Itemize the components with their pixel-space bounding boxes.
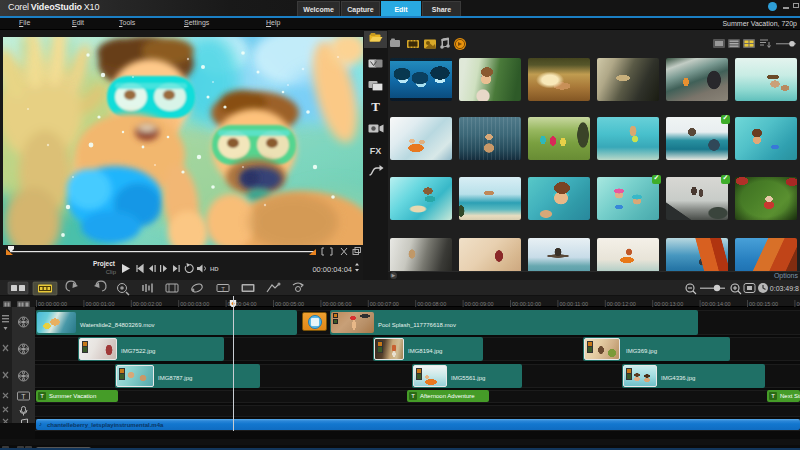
svg-text:T: T xyxy=(371,99,380,114)
svg-text:00:00:04:04: 00:00:04:04 xyxy=(312,265,352,274)
svg-text:T: T xyxy=(221,286,225,292)
svg-text:Clip: Clip xyxy=(106,269,117,275)
svg-text:HD: HD xyxy=(210,266,219,272)
svg-text:Project: Project xyxy=(93,260,116,268)
svg-text:FX: FX xyxy=(370,146,382,156)
svg-text:T: T xyxy=(21,393,26,400)
svg-text:0:03:49:8: 0:03:49:8 xyxy=(770,285,799,292)
